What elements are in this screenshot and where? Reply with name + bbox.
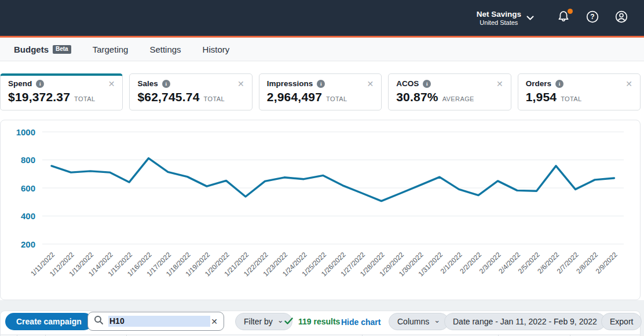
tab-settings[interactable]: Settings <box>149 45 181 54</box>
metric-value: $62,745.74 <box>137 90 199 104</box>
chevron-down-icon: ⌄ <box>277 317 284 323</box>
svg-text:800: 800 <box>21 155 35 165</box>
info-icon[interactable]: i <box>423 80 431 88</box>
filter-by-label: Filter by <box>244 317 273 326</box>
date-range-label: Date range - Jan 11, 2022 - Feb 9, 2022 <box>453 317 597 326</box>
account-switcher[interactable]: Net Savings United States <box>477 10 534 27</box>
metric-value: $19,372.37 <box>8 90 70 104</box>
metric-card-orders[interactable]: Orders i ✕ 1,954 TOTAL <box>518 73 641 110</box>
metric-label: ACOS <box>396 79 419 88</box>
close-icon[interactable]: ✕ <box>237 80 244 88</box>
tab-settings-label: Settings <box>149 45 181 54</box>
beta-badge: Beta <box>53 45 71 54</box>
info-icon[interactable]: i <box>555 80 564 88</box>
metric-unit: AVERAGE <box>442 95 474 102</box>
svg-text:200: 200 <box>21 239 35 249</box>
notification-dot <box>568 9 573 14</box>
close-icon[interactable]: ✕ <box>367 80 374 88</box>
metric-value: 1,954 <box>526 90 557 104</box>
clear-search-icon[interactable]: ✕ <box>211 317 218 326</box>
help-icon: ? <box>586 10 599 26</box>
metric-label: Sales <box>137 79 158 88</box>
search-value: H10 <box>108 316 210 327</box>
metric-unit: TOTAL <box>74 95 95 102</box>
tab-targeting-label: Targeting <box>93 45 129 54</box>
info-icon[interactable]: i <box>36 80 44 88</box>
hide-chart-link[interactable]: Hide chart <box>341 317 380 327</box>
metric-cards-row: Spend i ✕ $19,372.37 TOTAL Sales i ✕ $62… <box>0 73 641 110</box>
chevron-down-icon: ⌄ <box>434 317 440 323</box>
svg-text:600: 600 <box>21 183 35 193</box>
table-toolbar: Create campaign H10 ✕ Filter by ⌄ 119 re… <box>1 311 640 334</box>
results-count-label: 119 results <box>298 317 340 326</box>
chevron-down-icon <box>526 13 534 23</box>
metric-card-acos[interactable]: ACOS i ✕ 30.87% AVERAGE <box>388 73 511 110</box>
spend-trend-chart-card: 10008006004002001/11/20221/12/20221/13/2… <box>0 120 641 300</box>
svg-text:1000: 1000 <box>16 127 35 137</box>
tab-targeting[interactable]: Targeting <box>93 45 129 54</box>
export-button[interactable]: Export <box>601 313 642 330</box>
metric-value: 2,964,497 <box>267 90 322 104</box>
top-navbar: Net Savings United States ? <box>0 0 644 36</box>
campaign-table-card: Create campaign H10 ✕ Filter by ⌄ 119 re… <box>0 311 641 336</box>
account-name: Net Savings <box>477 10 521 19</box>
svg-text:?: ? <box>590 13 594 21</box>
svg-text:400: 400 <box>21 211 35 221</box>
metric-card-spend[interactable]: Spend i ✕ $19,372.37 TOTAL <box>0 73 123 110</box>
metric-label: Orders <box>526 79 551 88</box>
search-icon <box>94 315 104 327</box>
account-region: United States <box>477 19 521 27</box>
page: Net Savings United States ? <box>0 0 644 336</box>
tab-history-label: History <box>203 45 230 54</box>
close-icon[interactable]: ✕ <box>625 80 632 88</box>
columns-label: Columns <box>397 317 429 326</box>
metric-label: Impressions <box>267 79 313 88</box>
metric-value: 30.87% <box>396 90 438 104</box>
user-icon <box>614 10 628 26</box>
spend-trend-chart: 10008006004002001/11/20221/12/20221/13/2… <box>1 120 641 300</box>
metric-unit: TOTAL <box>204 95 225 102</box>
info-icon[interactable]: i <box>317 80 325 88</box>
metric-label: Spend <box>8 79 32 88</box>
tab-bar: Budgets Beta Targeting Settings History <box>0 38 644 61</box>
close-icon[interactable]: ✕ <box>496 80 503 88</box>
metric-card-sales[interactable]: Sales i ✕ $62,745.74 TOTAL <box>129 73 252 110</box>
columns-dropdown[interactable]: Columns ⌄ <box>389 313 449 330</box>
export-label: Export <box>610 317 633 326</box>
account-info: Net Savings United States <box>477 10 521 27</box>
metric-unit: TOTAL <box>326 95 347 102</box>
tab-history[interactable]: History <box>203 45 230 54</box>
close-icon[interactable]: ✕ <box>108 80 115 88</box>
date-range-button[interactable]: Date range - Jan 11, 2022 - Feb 9, 2022 <box>444 313 606 330</box>
tab-budgets-label: Budgets <box>14 45 49 54</box>
notifications-button[interactable] <box>556 10 571 25</box>
filter-by-dropdown[interactable]: Filter by ⌄ <box>235 313 292 330</box>
info-icon[interactable]: i <box>162 80 170 88</box>
metric-unit: TOTAL <box>561 95 581 102</box>
account-menu-button[interactable] <box>614 10 629 25</box>
help-button[interactable]: ? <box>585 10 600 25</box>
tab-budgets[interactable]: Budgets Beta <box>14 45 71 54</box>
search-input[interactable]: H10 ✕ <box>87 312 224 331</box>
svg-text:2/9/2022: 2/9/2022 <box>594 250 619 275</box>
metric-card-impressions[interactable]: Impressions i ✕ 2,964,497 TOTAL <box>259 73 382 110</box>
create-campaign-button[interactable]: Create campaign <box>5 313 93 330</box>
check-icon <box>284 317 293 326</box>
results-count: 119 results <box>284 317 340 326</box>
